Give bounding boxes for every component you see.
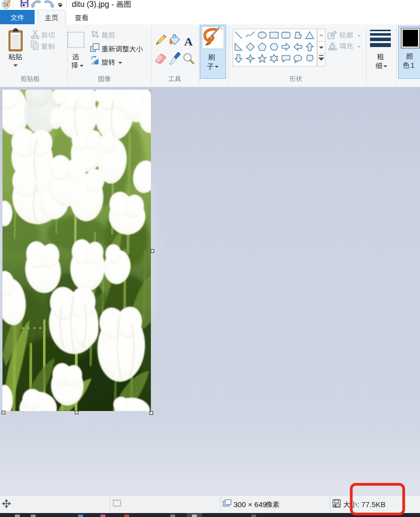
svg-text:1: 1 <box>411 61 415 69</box>
svg-text:✱ ✱ ✱ ✱: ✱ ✱ ✱ ✱ <box>21 326 43 330</box>
svg-text:: 77.5KB: : 77.5KB <box>357 500 386 509</box>
svg-text:A: A <box>184 35 193 48</box>
svg-text:300 × 649: 300 × 649 <box>233 500 267 509</box>
svg-text:ditu (3).jpg -: ditu (3).jpg - <box>72 0 114 8</box>
